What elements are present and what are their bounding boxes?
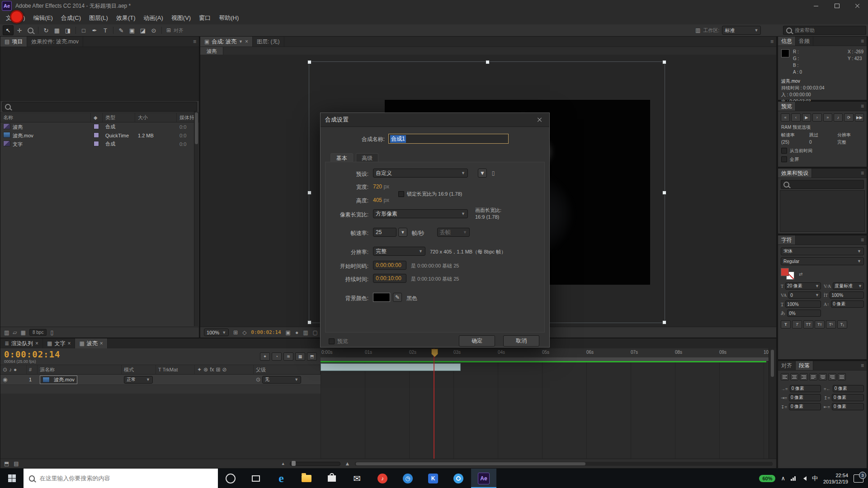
current-time-indicator-line[interactable] [434, 348, 434, 459]
space-after-field[interactable]: 0 像素 [789, 403, 821, 410]
dialog-titlebar[interactable]: 合成设置 [321, 113, 549, 127]
battery-indicator[interactable]: 60% [759, 475, 775, 482]
menu-window[interactable]: 窗口 [195, 12, 215, 24]
timeline-zoom-slider[interactable] [290, 462, 340, 466]
preview-checkbox[interactable] [329, 338, 335, 344]
shape-tool-icon[interactable]: □ [79, 26, 89, 35]
dialog-tab-advanced[interactable]: 高级 [356, 153, 378, 163]
text-tool-icon[interactable]: T [100, 26, 110, 35]
prev-frame-icon[interactable]: ‹ [791, 113, 800, 122]
swap-fill-stroke-icon[interactable]: ⇄ [799, 272, 802, 277]
parent-pickwhip-icon[interactable]: ⊙ [256, 376, 260, 383]
source-name-column[interactable]: 源名称 [38, 365, 122, 374]
hide-shy-layers-icon[interactable]: ≋ [283, 352, 293, 361]
effects-search-box[interactable] [781, 180, 864, 189]
taskbar-search[interactable] [24, 469, 218, 488]
audio-toggle-icon[interactable]: ♪ [834, 113, 843, 122]
align-center-icon[interactable] [790, 373, 798, 380]
small-caps-icon[interactable]: Tт [815, 320, 825, 328]
eyedropper-icon[interactable]: ✎ [393, 293, 402, 302]
microsoft-store-icon[interactable] [319, 469, 344, 488]
close-button[interactable] [847, 0, 868, 12]
tab-effects-presets[interactable]: 效果和预设 [778, 169, 812, 178]
frame-blending-icon[interactable]: ▦ [295, 352, 305, 361]
tab-paragraph[interactable]: 段落 [796, 361, 813, 370]
menu-composition[interactable]: 合成(C) [57, 12, 85, 24]
comp-crumb-tab[interactable]: 波亮 [200, 47, 223, 55]
panel-menu-icon[interactable]: ≡ [858, 361, 867, 370]
chevron-down-icon[interactable]: ▼ [239, 39, 243, 44]
tab-character[interactable]: 字符 [778, 235, 796, 244]
label-color-chip[interactable] [94, 132, 99, 138]
pen-tool-icon[interactable]: ✒ [90, 26, 99, 35]
parent-dropdown[interactable]: 无▼ [262, 376, 301, 384]
time-ruler[interactable]: 0:00s 01s 02s 03s 04s 05s 06s 07s 08s 09… [321, 348, 769, 358]
tab-audio[interactable]: 音频 [796, 37, 813, 46]
draft-3d-icon[interactable]: ◔ [272, 352, 282, 361]
next-frame-icon[interactable]: › [812, 113, 821, 122]
all-caps-icon[interactable]: TT [803, 320, 813, 328]
menu-layer[interactable]: 图层(L) [85, 12, 112, 24]
kerning-dropdown[interactable]: 度量标准▼ [833, 282, 864, 290]
tab-timeline-boliang[interactable]: ▦ 波亮 × [75, 338, 107, 348]
tab-preview[interactable]: 预览 [778, 102, 796, 111]
blend-mode-dropdown[interactable]: 正常▼ [124, 376, 153, 384]
expand-layer-switches-icon[interactable]: ⬒ [4, 460, 9, 467]
loop-icon[interactable]: ⟳ [844, 113, 853, 122]
menu-help[interactable]: 帮助(H) [215, 12, 243, 24]
project-scrollbar[interactable] [194, 112, 198, 326]
k-app-icon[interactable]: K [420, 469, 446, 488]
expand-transfer-controls-icon[interactable]: ▤ [14, 460, 19, 467]
layer-number-column[interactable]: # [27, 365, 38, 374]
comp-name-input[interactable]: 合成1 [388, 134, 509, 144]
pixel-aspect-dropdown[interactable]: 方形像素▼ [373, 209, 468, 218]
baseline-shift-field[interactable]: 0 像素 [831, 300, 864, 308]
menu-edit[interactable]: 编辑(E) [29, 12, 57, 24]
timeline-horizontal-scrollbar[interactable] [355, 462, 773, 466]
close-tab-icon[interactable]: × [245, 38, 248, 45]
col-label[interactable]: ◆ [91, 113, 103, 122]
justify-last-right-icon[interactable] [828, 373, 836, 380]
zoom-slider-handle[interactable] [292, 461, 296, 466]
region-of-interest-icon[interactable]: ▢ [313, 329, 318, 336]
workspace-dropdown[interactable]: 标准▼ [722, 26, 761, 35]
action-center-icon[interactable]: 3 [854, 474, 863, 483]
mask-visibility-icon[interactable]: ◇ [242, 329, 246, 336]
zoom-tool-icon[interactable] [25, 26, 35, 35]
cancel-button[interactable]: 取消 [503, 335, 539, 347]
timeline-layer-row[interactable]: ◉ 1 波亮.mov 正常▼ ⊙无▼ [0, 375, 321, 385]
selection-handle[interactable] [486, 60, 490, 64]
layer-duration-bar[interactable] [321, 363, 461, 371]
indent-right-field[interactable]: 0 像素 [833, 385, 864, 392]
visibility-eye-icon[interactable]: ◉ [3, 376, 7, 383]
resolution-dropdown[interactable]: 完整▼ [373, 247, 425, 256]
justify-all-icon[interactable] [838, 373, 846, 380]
vertical-scale-field[interactable]: 100% [830, 291, 864, 299]
file-explorer-icon[interactable] [294, 469, 319, 488]
interpret-footage-icon[interactable]: ▥ [4, 329, 9, 336]
cortana-icon[interactable] [218, 469, 243, 488]
scrollbar-thumb[interactable] [195, 113, 198, 144]
trkmat-column[interactable]: T TrkMat [156, 365, 195, 374]
save-preset-icon[interactable]: ▼ [478, 169, 487, 178]
panel-menu-icon[interactable]: ≡ [858, 37, 867, 46]
clone-stamp-tool-icon[interactable]: ▣ [127, 26, 137, 35]
show-channel-icon[interactable]: ● [295, 329, 298, 336]
width-value[interactable]: 720 [373, 183, 382, 190]
start-timecode-field[interactable]: 0:00:00:00 [373, 261, 406, 270]
from-current-time-checkbox[interactable] [781, 148, 787, 154]
close-tab-icon[interactable]: × [67, 340, 71, 347]
scrollbar-thumb[interactable] [356, 462, 585, 465]
selection-handle[interactable] [662, 191, 666, 195]
brush-tool-icon[interactable]: ✎ [116, 26, 126, 35]
help-search-box[interactable]: 搜索帮助 [783, 26, 866, 35]
menu-animation[interactable]: 动画(A) [140, 12, 167, 24]
play-icon[interactable]: ▶ [802, 113, 811, 122]
mail-icon[interactable]: ✉ [344, 469, 370, 488]
height-value[interactable]: 405 [373, 197, 382, 203]
mode-column[interactable]: 模式 [122, 365, 156, 374]
composition-mini-flowchart-icon[interactable]: ✦ [260, 352, 270, 361]
volume-icon[interactable] [801, 476, 807, 481]
clock-app-icon[interactable]: ◷ [395, 469, 420, 488]
justify-last-center-icon[interactable] [819, 373, 827, 380]
